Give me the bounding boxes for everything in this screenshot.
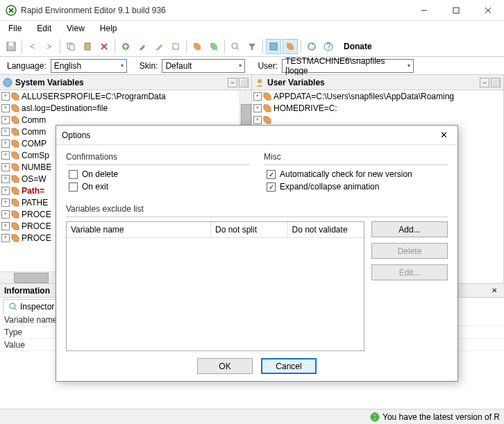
language-select[interactable]: English▾ — [51, 59, 127, 73]
tree-label: APPDATA=C:\Users\snapfiles\AppData\Roami… — [274, 92, 454, 101]
help-icon[interactable]: ? — [321, 39, 336, 54]
tree-label: Path= — [22, 186, 44, 196]
expand-icon[interactable]: + — [253, 92, 262, 101]
tree-row[interactable]: +ALLUSERSPROFILE=C:\ProgramData — [0, 90, 251, 102]
panel-collapse-icon[interactable]: − — [480, 78, 489, 87]
tag-icon — [11, 234, 19, 242]
misc-title: Misc — [264, 152, 448, 162]
ok-button[interactable]: OK — [197, 358, 253, 374]
menubar: File Edit View Help — [0, 21, 504, 36]
expand-icon[interactable]: + — [1, 234, 10, 242]
panel-collapse-icon[interactable]: − — [228, 78, 237, 87]
svg-point-16 — [232, 43, 237, 49]
save-icon[interactable] — [3, 39, 19, 54]
tag-orange-icon[interactable] — [190, 39, 205, 54]
expand-icon[interactable]: + — [1, 175, 10, 183]
paste-icon[interactable] — [80, 39, 95, 54]
delete-icon[interactable] — [96, 39, 112, 54]
menu-view[interactable]: View — [64, 22, 87, 35]
tree-row[interactable]: +HOMEDRIVE=C: — [252, 102, 503, 114]
add-icon[interactable] — [118, 39, 133, 54]
add-button[interactable]: Add... — [371, 221, 448, 237]
expand-icon[interactable]: + — [1, 210, 10, 219]
expand-anim-label: Expand/collapse animation — [280, 182, 379, 192]
expand-icon[interactable]: + — [1, 187, 10, 195]
expand-icon[interactable]: + — [1, 198, 10, 207]
col-variable-name[interactable]: Variable name — [67, 222, 211, 237]
filter-icon[interactable] — [244, 39, 260, 54]
auto-check-checkbox[interactable]: ✓ — [267, 170, 276, 179]
view1-icon[interactable] — [266, 39, 281, 54]
expand-icon[interactable]: + — [1, 116, 10, 124]
expand-icon[interactable]: + — [1, 104, 10, 112]
tool-icon[interactable] — [135, 39, 150, 54]
tag-green-icon[interactable] — [206, 39, 221, 54]
expand-icon[interactable]: + — [1, 92, 10, 101]
minimize-button[interactable] — [408, 0, 440, 21]
on-exit-checkbox[interactable] — [69, 183, 78, 192]
tag-icon — [11, 116, 19, 124]
skin-label: Skin: — [140, 61, 158, 71]
view2-icon[interactable] — [283, 39, 298, 54]
dialog-close-button[interactable]: ✕ — [430, 126, 457, 145]
dialog-title: Options — [62, 130, 430, 140]
menu-file[interactable]: File — [6, 22, 24, 35]
menu-help[interactable]: Help — [97, 22, 120, 35]
svg-rect-2 — [453, 8, 459, 13]
exclude-title: Variables exclude list — [66, 204, 448, 214]
delete-button[interactable]: Delete — [371, 243, 448, 259]
svg-text:?: ? — [326, 42, 331, 51]
expand-icon[interactable]: + — [1, 139, 10, 148]
svg-point-24 — [10, 303, 15, 309]
undo-icon[interactable] — [25, 39, 40, 54]
tree-row[interactable]: +Comm — [0, 114, 251, 126]
copy-icon[interactable] — [63, 39, 78, 54]
tool2-icon[interactable] — [168, 39, 183, 54]
toolbar: ? Donate — [0, 36, 504, 57]
tree-label: asl.log=Destination=file — [22, 103, 108, 113]
search-icon[interactable] — [228, 39, 243, 54]
globe-icon — [370, 412, 380, 422]
expand-icon[interactable]: + — [1, 128, 10, 136]
on-delete-checkbox[interactable] — [69, 170, 78, 179]
redo-icon[interactable] — [42, 39, 57, 54]
edit-button[interactable]: Edit... — [371, 264, 448, 280]
tree-label: OS=W — [22, 174, 47, 184]
exclude-listbox[interactable]: Variable name Do not split Do not valida… — [66, 221, 364, 351]
info-close-icon[interactable]: ✕ — [489, 287, 500, 294]
expand-anim-checkbox[interactable]: ✓ — [267, 183, 276, 192]
system-panel-title: System Variables — [15, 78, 228, 87]
panel-max-icon[interactable]: ⬜ — [239, 78, 249, 87]
close-button[interactable] — [472, 0, 504, 21]
tree-label: ALLUSERSPROFILE=C:\ProgramData — [22, 92, 166, 101]
panel-max-icon[interactable]: ⬜ — [491, 78, 501, 87]
menu-edit[interactable]: Edit — [34, 22, 54, 35]
user-select[interactable]: TESTMACHINE6\snapfiles [logge▾ — [282, 59, 414, 73]
col-do-not-validate[interactable]: Do not validate — [288, 222, 364, 237]
donate-button[interactable]: Donate — [339, 40, 376, 53]
tree-row[interactable]: +APPDATA=C:\Users\snapfiles\AppData\Roam… — [252, 90, 503, 102]
misc-group: Misc ✓Automatically check for new versio… — [264, 152, 448, 194]
dialog-titlebar: Options ✕ — [56, 126, 457, 145]
skin-select[interactable]: Default▾ — [162, 59, 245, 73]
maximize-button[interactable] — [440, 0, 472, 21]
inspector-tab[interactable]: Inspector — [3, 299, 60, 314]
edit-icon[interactable] — [151, 39, 167, 54]
status-text: You have the latest version of R — [383, 412, 500, 422]
tree-row[interactable]: + — [252, 114, 503, 126]
col-do-not-split[interactable]: Do not split — [211, 222, 288, 237]
tag-icon — [263, 92, 271, 101]
tree-label: PROCE — [22, 210, 51, 219]
user-label: User: — [258, 61, 278, 71]
refresh-icon[interactable] — [304, 39, 319, 54]
expand-icon[interactable]: + — [1, 222, 10, 230]
tag-icon — [11, 92, 19, 101]
expand-icon[interactable]: + — [253, 116, 262, 124]
expand-icon[interactable]: + — [253, 104, 262, 112]
tag-icon — [11, 139, 19, 148]
expand-icon[interactable]: + — [1, 151, 10, 160]
cancel-button[interactable]: Cancel — [261, 358, 317, 374]
tree-label: Comm — [22, 127, 46, 137]
expand-icon[interactable]: + — [1, 163, 10, 171]
tree-row[interactable]: +asl.log=Destination=file — [0, 102, 251, 114]
